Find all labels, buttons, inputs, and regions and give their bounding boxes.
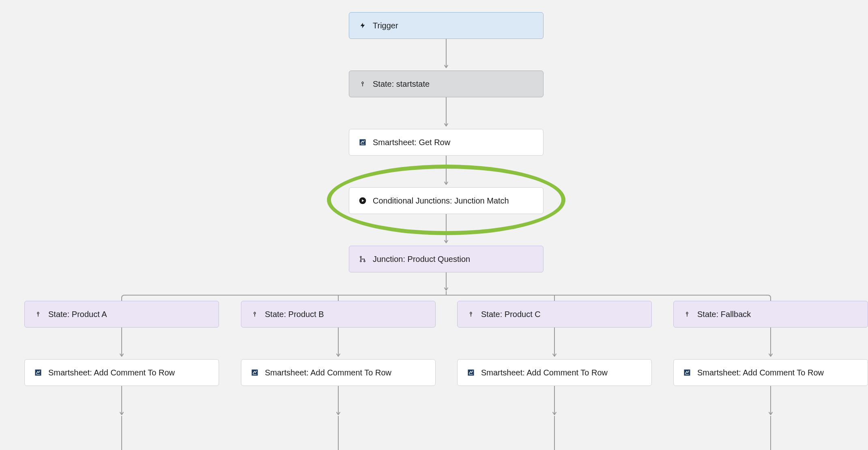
svg-point-28 <box>37 312 39 314</box>
svg-rect-35 <box>35 370 41 376</box>
play-circle-icon <box>358 196 367 205</box>
node-label: Conditional Junctions: Junction Match <box>373 196 509 206</box>
node-label: Smartsheet: Add Comment To Row <box>481 368 608 377</box>
node-product-b[interactable]: State: Product B <box>241 301 436 328</box>
svg-point-30 <box>254 312 256 314</box>
node-product-a[interactable]: State: Product A <box>24 301 219 328</box>
svg-rect-22 <box>360 139 366 146</box>
svg-point-34 <box>686 312 688 314</box>
smartsheet-icon <box>34 368 43 377</box>
node-label: State: Fallback <box>697 310 751 319</box>
node-addcomment-f[interactable]: Smartsheet: Add Comment To Row <box>673 359 868 386</box>
vertical-slider-icon <box>683 310 692 319</box>
node-fallback[interactable]: State: Fallback <box>673 301 868 328</box>
smartsheet-icon <box>358 138 367 147</box>
node-label: State: startstate <box>373 79 430 89</box>
vertical-slider-icon <box>34 310 43 319</box>
node-productquestion[interactable]: Junction: Product Question <box>349 246 544 272</box>
node-label: State: Product B <box>265 310 324 319</box>
node-label: Smartsheet: Add Comment To Row <box>48 368 175 377</box>
node-label: State: Product C <box>481 310 541 319</box>
lightning-icon <box>358 21 367 30</box>
flow-canvas[interactable]: Trigger State: startstate Smartsheet: Ge… <box>0 0 868 450</box>
svg-point-32 <box>470 312 472 314</box>
node-addcomment-b[interactable]: Smartsheet: Add Comment To Row <box>241 359 436 386</box>
node-label: Smartsheet: Add Comment To Row <box>697 368 824 377</box>
svg-point-24 <box>360 256 361 257</box>
node-label: State: Product A <box>48 310 107 319</box>
node-startstate[interactable]: State: startstate <box>349 71 544 97</box>
node-junctionmatch[interactable]: Conditional Junctions: Junction Match <box>349 187 544 214</box>
smartsheet-icon <box>683 368 692 377</box>
node-getrow[interactable]: Smartsheet: Get Row <box>349 129 544 156</box>
svg-rect-36 <box>252 370 258 376</box>
node-label: Junction: Product Question <box>373 255 470 264</box>
svg-point-25 <box>360 261 361 262</box>
svg-rect-38 <box>684 370 690 376</box>
vertical-slider-icon <box>466 310 475 319</box>
node-product-c[interactable]: State: Product C <box>457 301 652 328</box>
svg-point-21 <box>362 82 363 84</box>
branch-icon <box>358 255 367 264</box>
svg-rect-37 <box>468 370 474 376</box>
node-addcomment-a[interactable]: Smartsheet: Add Comment To Row <box>24 359 219 386</box>
node-label: Smartsheet: Add Comment To Row <box>265 368 391 377</box>
node-trigger[interactable]: Trigger <box>349 12 544 39</box>
svg-point-26 <box>364 261 365 262</box>
vertical-slider-icon <box>250 310 259 319</box>
node-label: Smartsheet: Get Row <box>373 138 450 147</box>
node-label: Trigger <box>373 21 398 30</box>
smartsheet-icon <box>466 368 475 377</box>
node-addcomment-c[interactable]: Smartsheet: Add Comment To Row <box>457 359 652 386</box>
smartsheet-icon <box>250 368 259 377</box>
vertical-slider-icon <box>358 79 367 88</box>
